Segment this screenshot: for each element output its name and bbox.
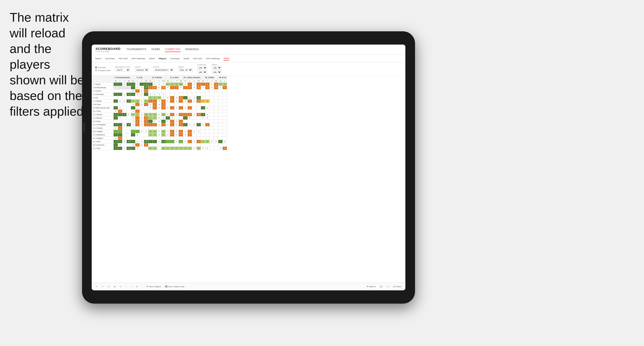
cell-1-3-3: 0 <box>179 86 183 89</box>
cell-empty-7-6-0 <box>218 106 223 110</box>
cell-14-4-2: 0 <box>192 130 197 133</box>
undo-btn[interactable]: ↩ <box>94 285 99 288</box>
grid-btn[interactable]: ≡ <box>119 285 122 288</box>
row-header-8: 10. L Perini <box>92 110 114 113</box>
subnav-matrix[interactable]: Matrix <box>149 57 155 60</box>
fullscreen-btn[interactable]: ⛶ <box>386 285 390 288</box>
cell-10-5-3 <box>214 116 218 120</box>
cell-5-3-3: 4 <box>179 100 183 103</box>
subnav-h2h-grid[interactable]: H2H Grid <box>118 57 128 60</box>
subnav-h2h-heatmap2[interactable]: H2H Heatmap <box>206 57 220 60</box>
cell-1-4-1: 4 <box>188 86 192 89</box>
cell-3-0-2: 0 <box>122 93 127 96</box>
share-btn[interactable]: 🔗 Share <box>392 285 402 288</box>
cell-1-1-2: 0 <box>140 86 144 89</box>
cell-19-5-0: 0 <box>201 147 205 150</box>
cell-empty-18-4-0 <box>183 143 188 147</box>
zoom-out-btn[interactable]: − <box>124 285 128 288</box>
cell-1-5-1: 6 <box>205 86 210 89</box>
compact-view-option[interactable]: Compact View <box>95 69 110 72</box>
cell-1-0-1 <box>118 86 122 89</box>
subnav-detail[interactable]: Detail <box>184 57 189 60</box>
cell-9-4-3: 20 <box>196 113 201 116</box>
subnav-players[interactable]: Players <box>159 57 166 60</box>
cell-12-5-2 <box>210 123 214 127</box>
main-content[interactable]: 2. M Kelly Mulcahy 6. A Dy 11. G Woods 2… <box>92 76 405 283</box>
comment-btn[interactable]: 💬 <box>379 285 384 288</box>
cell-5-1-2: 0 <box>140 100 144 103</box>
cell-11-1-1: 1 <box>135 120 140 123</box>
full-view-radio[interactable] <box>95 66 97 68</box>
gender-select[interactable]: Women's Men's <box>135 68 149 72</box>
cell-9-3-0: 0 <box>166 113 170 116</box>
conference-select2[interactable]: (All) <box>197 70 207 74</box>
cell-15-1-2 <box>140 133 144 137</box>
cell-5-3-2: 0 <box>174 100 179 103</box>
matrix-container[interactable]: 2. M Kelly Mulcahy 6. A Dy 11. G Woods 2… <box>92 76 405 283</box>
players-select[interactable]: (All) <box>212 66 222 70</box>
cell-empty-13-4-2 <box>192 127 197 130</box>
cell-18-0-2 <box>122 143 127 147</box>
cell-5-5-2 <box>210 100 214 103</box>
reset-btn[interactable]: ⊙ <box>135 285 139 288</box>
full-view-option[interactable]: Full View <box>95 66 110 69</box>
cell-empty-16-4-1 <box>188 137 192 140</box>
cell-10-4-0: 2 <box>183 116 188 120</box>
subnav-summary2[interactable]: Summary <box>170 57 180 60</box>
cell-empty-6-3-1 <box>170 103 174 106</box>
division-select[interactable]: NCAA Division II NCAA Division I NCAA Di… <box>154 68 174 72</box>
cell-0-1-1: 0 <box>135 83 140 86</box>
cell-5-2-1: 2 <box>153 100 157 103</box>
cell-empty-6-4-0 <box>183 103 188 106</box>
nav-teams[interactable]: TEAMS <box>151 47 160 52</box>
cell-12-1-2: 0 <box>140 123 144 127</box>
subnav-matrix2[interactable]: Matrix <box>224 57 230 60</box>
back-btn[interactable]: ↩ <box>107 285 111 288</box>
watch-btn[interactable]: 👁 Watch ▾ <box>365 285 377 288</box>
nav-rankings[interactable]: RANKINGS <box>185 47 199 52</box>
cell-19-6-1: 3 <box>223 147 227 150</box>
cell-9-5-1: 0 <box>205 113 210 116</box>
cell-empty-8-3-2 <box>174 110 179 113</box>
players-select2[interactable]: (All) <box>212 70 222 74</box>
cell-5-3-0: 0 <box>166 100 170 103</box>
cell-7-0-2 <box>122 106 127 110</box>
col-header-schumac: 23. L Marie Schumac <box>183 76 201 79</box>
conference-filter: Conference (All) (All) <box>197 64 207 74</box>
save-custom-btn[interactable]: 💾 Save Custom View <box>164 285 186 288</box>
max-players-select[interactable]: Top 25 Top 50 Top 100 <box>115 68 130 72</box>
nav-tournaments[interactable]: TOURNAMENTS <box>126 47 146 52</box>
subnav-h2h-heatmap[interactable]: H2H Heatmap <box>132 57 145 60</box>
redo-btn[interactable]: ↪ <box>100 285 105 288</box>
cell-empty-11-4-1 <box>188 120 192 123</box>
cell-empty-2-0-1 <box>118 89 122 93</box>
cell-10-0-0: 2 <box>114 116 118 120</box>
conference-select[interactable]: (All) <box>197 66 207 70</box>
cell-empty-16-3-0 <box>166 137 170 140</box>
cell-empty-14-5-2 <box>210 130 214 133</box>
cell-empty-2-0-2 <box>122 89 127 93</box>
sh-d2: Dif <box>144 79 148 83</box>
cell-0-1-0: 3 <box>131 83 135 86</box>
refresh-btn[interactable]: ⊕ <box>113 285 117 288</box>
view-original-btn[interactable]: 👁 View: Original <box>145 285 162 288</box>
subnav-summary[interactable]: Summary <box>106 57 115 60</box>
cell-empty-13-5-0 <box>201 127 205 130</box>
region-select[interactable]: East - DII (All) <box>178 68 192 72</box>
cell-7-1-1: 0 <box>135 106 140 110</box>
cell-4-3-1: 1 <box>170 96 174 100</box>
nav-committee[interactable]: COMMITTEE <box>165 47 180 52</box>
cell-1-0-3 <box>127 86 131 89</box>
compact-view-radio[interactable] <box>95 69 97 71</box>
cell-empty-4-0-3 <box>127 96 131 100</box>
subnav-h2h-grid2[interactable]: H2H Grid <box>193 57 202 60</box>
cell-0-3-2: 1 <box>174 83 179 86</box>
zoom-in-btn[interactable]: + <box>130 285 133 288</box>
subnav-teams[interactable]: Teams <box>95 57 102 60</box>
gender-label: Gender <box>135 66 149 68</box>
cell-5-4-0: 0 <box>183 100 188 103</box>
cell-14-2-0: 1 <box>148 130 153 133</box>
cell-empty-4-1-2 <box>140 96 144 100</box>
division-label: Division <box>154 66 174 68</box>
cell-empty-3-3-2 <box>174 93 179 96</box>
